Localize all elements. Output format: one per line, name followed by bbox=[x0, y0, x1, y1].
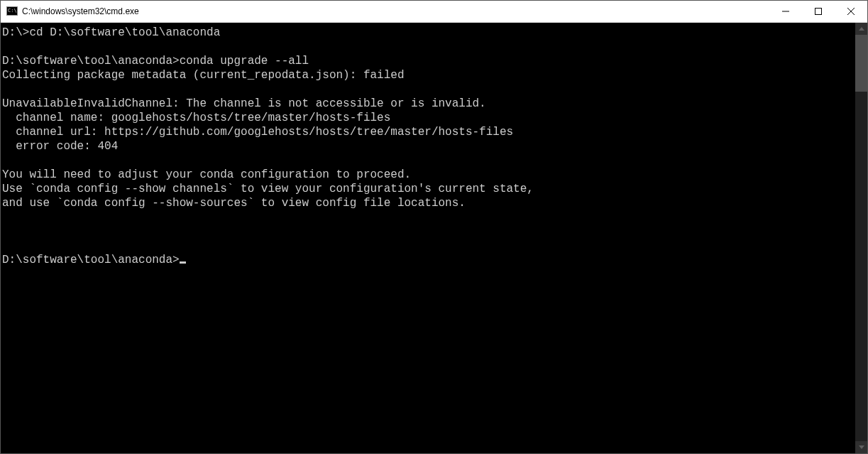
terminal-line: UnavailableInvalidChannel: The channel i… bbox=[2, 97, 855, 111]
minimize-button[interactable] bbox=[769, 1, 802, 22]
svg-rect-3 bbox=[815, 9, 822, 15]
scroll-thumb[interactable] bbox=[855, 35, 867, 92]
terminal-line bbox=[2, 225, 855, 239]
terminal-line: D:\>cd D:\software\tool\anaconda bbox=[2, 26, 855, 40]
svg-text:C:\: C:\ bbox=[8, 8, 17, 13]
terminal-line bbox=[2, 153, 855, 168]
terminal-line: D:\software\tool\anaconda>conda upgrade … bbox=[2, 54, 855, 68]
close-button[interactable] bbox=[835, 1, 867, 22]
terminal-line: and use `conda config --show-sources` to… bbox=[2, 196, 855, 210]
scroll-down-button[interactable] bbox=[855, 441, 867, 453]
cursor-icon bbox=[180, 261, 186, 264]
terminal-line: error code: 404 bbox=[2, 139, 855, 153]
cmd-icon: C:\ bbox=[6, 6, 18, 17]
terminal-line: Collecting package metadata (current_rep… bbox=[2, 68, 855, 82]
terminal-line: channel name: googlehosts/hosts/tree/mas… bbox=[2, 111, 855, 125]
terminal-area[interactable]: D:\>cd D:\software\tool\anaconda D:\soft… bbox=[1, 23, 867, 453]
terminal-prompt-line[interactable]: D:\software\tool\anaconda> bbox=[2, 253, 855, 267]
prompt-text: D:\software\tool\anaconda> bbox=[2, 254, 180, 266]
terminal-line bbox=[2, 210, 855, 225]
window-controls bbox=[769, 1, 867, 22]
terminal-line bbox=[2, 239, 855, 253]
terminal-line bbox=[2, 40, 855, 54]
terminal-line bbox=[2, 82, 855, 97]
maximize-button[interactable] bbox=[802, 1, 835, 22]
scrollbar[interactable] bbox=[855, 23, 867, 453]
terminal-output[interactable]: D:\>cd D:\software\tool\anaconda D:\soft… bbox=[1, 23, 855, 453]
terminal-line: You will need to adjust your conda confi… bbox=[2, 168, 855, 182]
scroll-up-button[interactable] bbox=[855, 23, 867, 35]
terminal-line: channel url: https://github.com/googleho… bbox=[2, 125, 855, 139]
window-title: C:\windows\system32\cmd.exe bbox=[22, 6, 769, 16]
titlebar[interactable]: C:\ C:\windows\system32\cmd.exe bbox=[1, 1, 867, 23]
terminal-line: Use `conda config --show channels` to vi… bbox=[2, 182, 855, 196]
